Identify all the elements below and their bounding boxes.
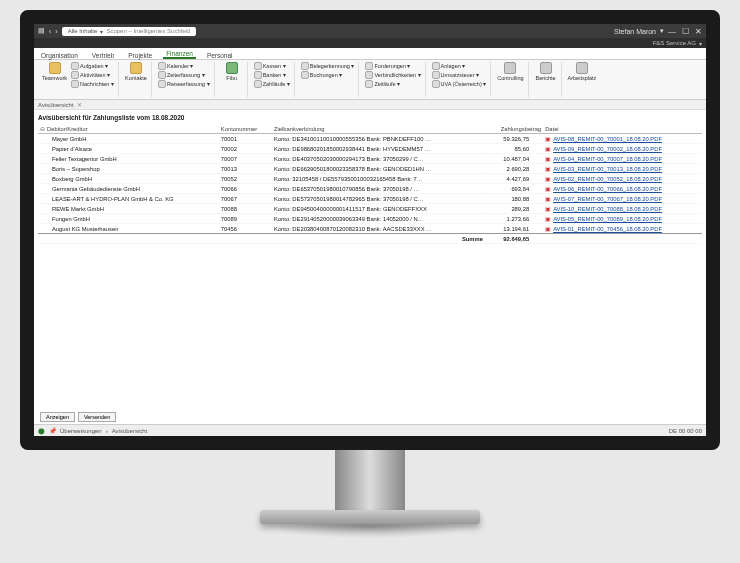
sub-title-bar: F&S Service AG ▾ bbox=[34, 38, 706, 48]
ribbon-kalender[interactable]: Kalender ▾ bbox=[158, 62, 210, 70]
col-0[interactable]: ⊖Debitor/Kreditor bbox=[38, 125, 219, 134]
breadcrumb-tab[interactable]: Avisübersicht bbox=[38, 102, 74, 108]
breadcrumb: Avisübersicht ✕ bbox=[34, 100, 706, 110]
status-home-icon[interactable]: ⬤ bbox=[38, 427, 45, 434]
ribbon-banken[interactable]: Banken ▾ bbox=[254, 71, 290, 79]
file-link[interactable]: AVIS-02_REMIT-00_70052_18.08.20.PDF bbox=[553, 176, 662, 182]
status-pin-icon[interactable]: 📌 bbox=[49, 427, 56, 434]
col-2[interactable]: Zielbankverbindung bbox=[272, 125, 485, 134]
menu-tab-finanzen[interactable]: Finanzen bbox=[163, 49, 196, 59]
ribbon-zahll-ufe[interactable]: Zahlläufe ▾ bbox=[254, 80, 290, 88]
file-link[interactable]: AVIS-01_REMIT-00_70456_18.08.20.PDF bbox=[553, 226, 662, 232]
pdf-icon: ▣ bbox=[545, 156, 551, 162]
col-4[interactable]: Datei bbox=[543, 125, 702, 134]
minimize-icon[interactable]: ― bbox=[668, 27, 676, 36]
pdf-icon: ▣ bbox=[545, 216, 551, 222]
company-name[interactable]: F&S Service AG bbox=[653, 40, 696, 46]
status-bar: ⬤ 📌 Überweisungen › Avisübersicht DE 00 … bbox=[34, 424, 706, 436]
pdf-icon: ▣ bbox=[545, 136, 551, 142]
close-tab-icon[interactable]: ✕ bbox=[77, 101, 82, 108]
app-menu-icon[interactable]: ▤ bbox=[38, 27, 45, 35]
menu-tab-projekte[interactable]: Projekte bbox=[125, 51, 155, 59]
search-placeholder: Scopen – Intelligentes Suchfeld bbox=[106, 28, 190, 34]
content-area: Avisübersicht für Zahlungsliste vom 18.0… bbox=[34, 110, 706, 436]
table-row[interactable]: Boris – Supershop70013Konto: DE663905018… bbox=[38, 164, 702, 174]
table-row[interactable]: August KG Musterhausen70456Konto: DE2038… bbox=[38, 224, 702, 234]
pdf-icon: ▣ bbox=[545, 146, 551, 152]
ribbon-zeitl-ufe[interactable]: Zeitläufe ▾ bbox=[365, 80, 420, 88]
ribbon-kassen[interactable]: Kassen ▾ bbox=[254, 62, 290, 70]
anzeigen-button[interactable]: Anzeigen bbox=[40, 412, 75, 422]
menu-tab-vertrieb[interactable]: Vertrieb bbox=[89, 51, 117, 59]
ribbon-zeiterfassung[interactable]: Zeiterfassung ▾ bbox=[158, 71, 210, 79]
table-row[interactable]: Papier d'Alsace70002Konto: DE98680201850… bbox=[38, 144, 702, 154]
fibu-button[interactable]: Fibu bbox=[221, 62, 243, 81]
file-link[interactable]: AVIS-04_REMIT-00_70007_18.08.20.PDF bbox=[553, 156, 662, 162]
arbeitsplatz-button[interactable]: Arbeitsplatz bbox=[568, 62, 597, 81]
user-name[interactable]: Stefan Maron bbox=[614, 28, 656, 35]
pdf-icon: ▣ bbox=[545, 166, 551, 172]
ribbon-uva-sterreich-[interactable]: UVA (Österreich) ▾ bbox=[432, 80, 487, 88]
col-3[interactable]: Zahlungsbetrag bbox=[485, 125, 543, 134]
table-row[interactable]: Fungen GmbH70089Konto: DE291405200000390… bbox=[38, 214, 702, 224]
ribbon-verbindlichkeiten[interactable]: Verbindlichkeiten ▾ bbox=[365, 71, 420, 79]
pdf-icon: ▣ bbox=[545, 206, 551, 212]
table-row[interactable]: Germania Gebäudedienste GmbH70066Konto: … bbox=[38, 184, 702, 194]
chevron-down-icon[interactable]: ▾ bbox=[100, 28, 103, 35]
ribbon-forderungen[interactable]: Forderungen ▾ bbox=[365, 62, 420, 70]
table-row[interactable]: Mayer GmbH70001Konto: DE3410011001000055… bbox=[38, 134, 702, 144]
status-crumb-1[interactable]: Überweisungen bbox=[60, 428, 102, 434]
table-row[interactable]: Boxberg GmbH70052Konto: 32105458 / DE557… bbox=[38, 174, 702, 184]
file-link[interactable]: AVIS-08_REMIT-00_70001_18.08.20.PDF bbox=[553, 136, 662, 142]
menu-tab-personal[interactable]: Personal bbox=[204, 51, 236, 59]
pdf-icon: ▣ bbox=[545, 226, 551, 232]
table-row[interactable]: Feiler Textagentur GmbH70007Konto: DE403… bbox=[38, 154, 702, 164]
ribbon-reiseerfassung[interactable]: Reiseerfassung ▾ bbox=[158, 80, 210, 88]
kontakte-button[interactable]: Kontakte bbox=[125, 62, 147, 81]
ribbon-nachrichten[interactable]: Nachrichten ▾ bbox=[71, 80, 114, 88]
ribbon-belegerkennung[interactable]: Belegerkennung ▾ bbox=[301, 62, 355, 70]
pdf-icon: ▣ bbox=[545, 176, 551, 182]
teamwork-button[interactable]: Teamwork bbox=[42, 62, 67, 81]
maximize-icon[interactable]: ☐ bbox=[682, 27, 689, 36]
menu-tab-organisation[interactable]: Organisation bbox=[38, 51, 81, 59]
history-fwd-icon[interactable]: › bbox=[55, 28, 57, 35]
main-menu-tabs: OrganisationVertriebProjekteFinanzenPers… bbox=[34, 48, 706, 60]
file-link[interactable]: AVIS-07_REMIT-00_70067_18.08.20.PDF bbox=[553, 196, 662, 202]
chevron-down-icon[interactable]: ▾ bbox=[660, 27, 664, 35]
close-icon[interactable]: ✕ bbox=[695, 27, 702, 36]
sum-row: Summe92.649,65 bbox=[38, 234, 702, 244]
chevron-down-icon[interactable]: ▾ bbox=[699, 40, 702, 47]
status-crumb-2[interactable]: Avisübersicht bbox=[112, 428, 148, 434]
ribbon-buchungen[interactable]: Buchungen ▾ bbox=[301, 71, 355, 79]
versenden-button[interactable]: Versenden bbox=[78, 412, 116, 422]
berichte-button[interactable]: Berichte bbox=[535, 62, 557, 81]
global-search[interactable]: Alle Inhalte ▾ Scopen – Intelligentes Su… bbox=[62, 27, 197, 36]
ribbon-aufgaben[interactable]: Aufgaben ▾ bbox=[71, 62, 114, 70]
ribbon-aktivit-ten[interactable]: Aktivitäten ▾ bbox=[71, 71, 114, 79]
title-bar: ▤ ‹ › Alle Inhalte ▾ Scopen – Intelligen… bbox=[34, 24, 706, 38]
search-scope: Alle Inhalte bbox=[68, 28, 98, 34]
table-row[interactable]: REWE Markt GmbH70088Konto: DE94500400000… bbox=[38, 204, 702, 214]
ribbon-umsatzsteuer[interactable]: Umsatzsteuer ▾ bbox=[432, 71, 487, 79]
file-link[interactable]: AVIS-03_REMIT-00_70013_18.08.20.PDF bbox=[553, 166, 662, 172]
history-back-icon[interactable]: ‹ bbox=[49, 28, 51, 35]
pdf-icon: ▣ bbox=[545, 196, 551, 202]
status-right: DE 00 00 00 bbox=[669, 428, 702, 434]
avis-table: ⊖Debitor/KreditorKontonummerZielbankverb… bbox=[38, 125, 702, 244]
ribbon: Teamwork Aufgaben ▾Aktivitäten ▾Nachrich… bbox=[34, 60, 706, 100]
file-link[interactable]: AVIS-06_REMIT-00_70066_18.08.20.PDF bbox=[553, 186, 662, 192]
file-link[interactable]: AVIS-05_REMIT-00_70089_18.08.20.PDF bbox=[553, 216, 662, 222]
report-title: Avisübersicht für Zahlungsliste vom 18.0… bbox=[38, 114, 702, 121]
ribbon-anlagen[interactable]: Anlagen ▾ bbox=[432, 62, 487, 70]
file-link[interactable]: AVIS-10_REMIT-00_70088_18.08.20.PDF bbox=[553, 206, 662, 212]
col-1[interactable]: Kontonummer bbox=[219, 125, 272, 134]
pdf-icon: ▣ bbox=[545, 186, 551, 192]
file-link[interactable]: AVIS-09_REMIT-00_70002_18.08.20.PDF bbox=[553, 146, 662, 152]
controlling-button[interactable]: Controlling bbox=[497, 62, 523, 81]
table-row[interactable]: LEASE-ART & HYDRO-PLAN GmbH & Co. KG7006… bbox=[38, 194, 702, 204]
